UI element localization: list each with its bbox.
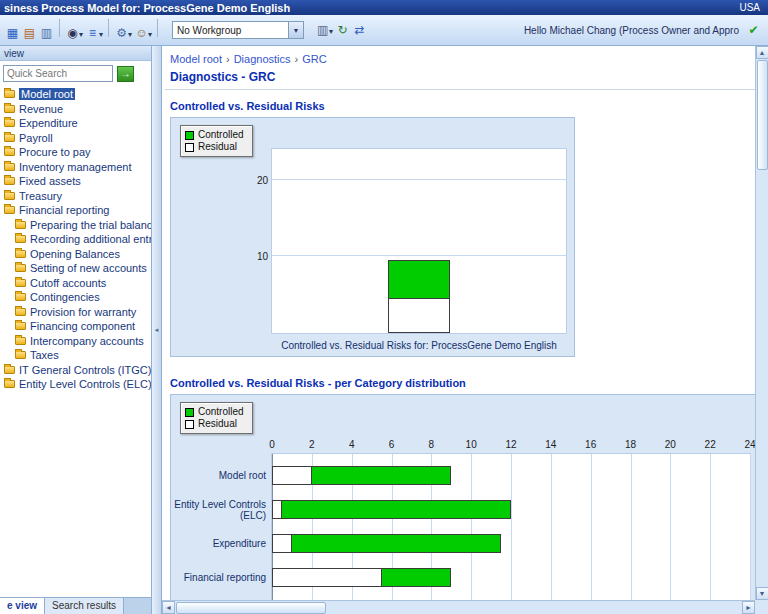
folder-icon[interactable]: [4, 206, 15, 214]
export-icon[interactable]: ⇄: [351, 22, 368, 39]
folder-icon[interactable]: [4, 366, 15, 374]
folder-icon[interactable]: [15, 322, 26, 330]
chart-plot-area: 024681012141618202224Model rootEntity Le…: [271, 453, 751, 614]
tree-item[interactable]: IT General Controls (ITGC): [0, 363, 151, 378]
controlled-segment: [282, 500, 511, 519]
sidebar-splitter[interactable]: ◂: [152, 46, 162, 614]
tree-item[interactable]: Opening Balances: [0, 247, 151, 262]
x-axis-tick-label: 22: [705, 439, 716, 450]
folder-icon[interactable]: [4, 177, 15, 185]
refresh-icon[interactable]: ↻: [334, 22, 351, 39]
folder-icon[interactable]: [15, 279, 26, 287]
tree-item[interactable]: Recording additional entries: [0, 232, 151, 247]
reports-icon[interactable]: ▤: [21, 24, 38, 41]
toolbar: ▦▤▥◉▾≡▾⚙▾☺▾ No Workgroup ▼ ▥▾↻⇄ Hello Mi…: [0, 15, 768, 46]
horizontal-scrollbar[interactable]: ◄ ►: [162, 600, 755, 614]
residual-segment: [272, 534, 292, 553]
legend-swatch-controlled: [185, 408, 194, 417]
folder-icon[interactable]: [4, 163, 15, 171]
tree-item[interactable]: Setting of new accounts: [0, 261, 151, 276]
quick-search-row: →: [0, 61, 151, 85]
breadcrumb-link[interactable]: Model root: [170, 53, 222, 65]
tab-search-results[interactable]: Search results: [45, 598, 124, 614]
sidebar-tab-bar: e view Search results: [0, 597, 151, 614]
horizontal-scroll-thumb[interactable]: [176, 602, 326, 614]
folder-icon[interactable]: [4, 380, 15, 388]
tree-item-label: Treasury: [19, 190, 62, 202]
tree-item[interactable]: Financing component: [0, 319, 151, 334]
tree-item[interactable]: Provision for warranty: [0, 305, 151, 320]
folder-icon[interactable]: [15, 337, 26, 345]
settings-gears-icon-caret-icon[interactable]: ▾: [128, 30, 132, 39]
tree-item[interactable]: Intercompany accounts: [0, 334, 151, 349]
tree-item[interactable]: Model root: [0, 87, 151, 102]
tree-item[interactable]: Entity Level Controls (ELC): [0, 377, 151, 392]
folder-icon[interactable]: [4, 148, 15, 156]
workgroup-select[interactable]: No Workgroup ▼: [172, 21, 304, 39]
breadcrumb-separator: ›: [226, 53, 230, 65]
gridline: [710, 454, 711, 614]
user-icon-caret-icon[interactable]: ▾: [148, 30, 152, 39]
folder-icon[interactable]: [15, 250, 26, 258]
tree-item[interactable]: Treasury: [0, 189, 151, 204]
tree-item[interactable]: Inventory management: [0, 160, 151, 175]
x-axis-tick-label: 24: [744, 439, 755, 450]
scroll-left-icon[interactable]: ◄: [162, 601, 175, 614]
folder-icon[interactable]: [15, 293, 26, 301]
x-axis-tick-label: 16: [585, 439, 596, 450]
print-icon[interactable]: ▥: [38, 24, 55, 41]
folder-icon[interactable]: [4, 134, 15, 142]
x-axis-tick-label: 2: [309, 439, 315, 450]
folder-icon[interactable]: [4, 192, 15, 200]
tree-item[interactable]: Taxes: [0, 348, 151, 363]
breadcrumb-link[interactable]: Diagnostics: [234, 53, 291, 65]
gridline: [551, 454, 552, 614]
x-axis-tick-label: 8: [429, 439, 435, 450]
folder-icon[interactable]: [15, 264, 26, 272]
user-greeting: Hello Michael Chang (Process Owner and A…: [524, 25, 743, 36]
tree-item[interactable]: Expenditure: [0, 116, 151, 131]
tree-item-label: Model root: [19, 88, 75, 100]
folder-icon[interactable]: [15, 221, 26, 229]
tree-item[interactable]: Preparing the trial balance: [0, 218, 151, 233]
x-axis-tick-label: 10: [466, 439, 477, 450]
dropdown-arrow-icon[interactable]: ▼: [288, 22, 303, 38]
scroll-right-icon[interactable]: ►: [742, 601, 755, 614]
logout-icon[interactable]: ✔: [745, 22, 762, 39]
legend-swatch-controlled: [185, 131, 194, 140]
gridline: [750, 454, 751, 614]
tree-item[interactable]: Revenue: [0, 102, 151, 117]
folder-icon[interactable]: [15, 351, 26, 359]
x-axis-tick-label: 18: [625, 439, 636, 450]
gridline: [272, 255, 566, 256]
folder-icon[interactable]: [15, 235, 26, 243]
search-input[interactable]: [3, 65, 113, 82]
printer-icon-caret-icon[interactable]: ▾: [329, 27, 333, 36]
tree-item[interactable]: Payroll: [0, 131, 151, 146]
legend-entry: Controlled: [185, 406, 244, 418]
toolbar-left-group: ▦▤▥◉▾≡▾⚙▾☺▾: [4, 19, 162, 42]
tree-item[interactable]: Procure to pay: [0, 145, 151, 160]
scroll-down-icon[interactable]: ▼: [756, 587, 768, 600]
tree-item[interactable]: Cutoff accounts: [0, 276, 151, 291]
folder-icon[interactable]: [15, 308, 26, 316]
tree-item-label: Taxes: [30, 349, 59, 361]
scroll-up-icon[interactable]: ▲: [756, 46, 768, 59]
process-models-icon[interactable]: ▦: [4, 24, 21, 41]
gridline: [631, 454, 632, 614]
vertical-scroll-thumb[interactable]: [757, 60, 768, 170]
tree-item[interactable]: Financial reporting: [0, 203, 151, 218]
tree-item-label: Recording additional entries: [30, 233, 151, 245]
tree-view-icon-caret-icon[interactable]: ▾: [99, 30, 103, 39]
search-go-button[interactable]: →: [117, 66, 134, 82]
folder-icon[interactable]: [4, 119, 15, 127]
tab-tree-view[interactable]: e view: [0, 598, 45, 614]
tree-item[interactable]: Fixed assets: [0, 174, 151, 189]
folder-icon[interactable]: [4, 105, 15, 113]
folder-icon[interactable]: [4, 90, 15, 98]
search-icon-caret-icon[interactable]: ▾: [79, 30, 83, 39]
vertical-scrollbar[interactable]: ▲ ▼: [755, 46, 768, 600]
tree-item-label: Fixed assets: [19, 175, 81, 187]
legend-entry: Residual: [185, 141, 244, 153]
tree-item[interactable]: Contingencies: [0, 290, 151, 305]
